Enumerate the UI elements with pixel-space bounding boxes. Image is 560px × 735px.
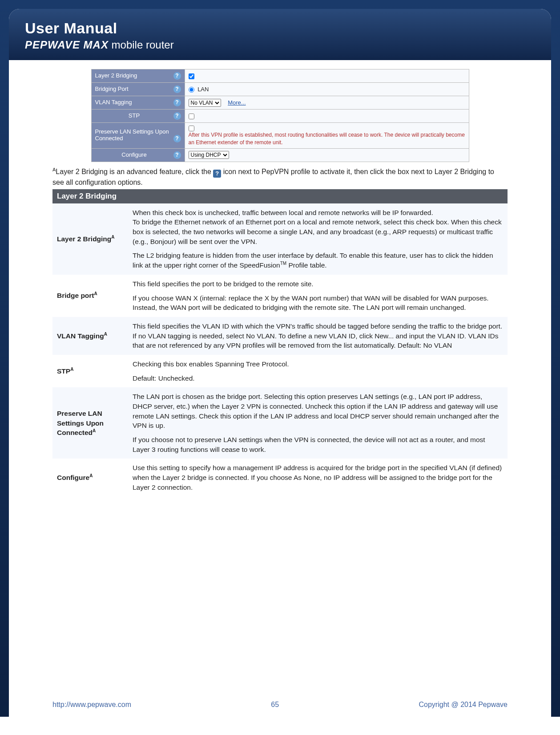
desc-body: Checking this box enables Spanning Tree …	[128, 355, 508, 387]
description-table: Layer 2 Bridging Layer 2 BridgingA When …	[52, 189, 508, 497]
stp-checkbox[interactable]	[189, 114, 194, 119]
footer-page: 65	[271, 701, 279, 709]
desc-label-text: Configure	[57, 474, 89, 481]
footer-url: http://www.pepwave.com	[52, 701, 131, 709]
sup-a: A	[93, 428, 96, 433]
preserve-checkbox[interactable]	[189, 126, 194, 131]
row-label-preserve: Preserve LAN Settings Upon Connected ?	[91, 123, 185, 149]
desc-para: This field specifies the VLAN ID with wh…	[133, 321, 503, 350]
row-label-l2b: Layer 2 Bridging ?	[91, 69, 185, 83]
sup-a: A	[89, 473, 93, 478]
sup-a: A	[94, 291, 97, 296]
footer-copyright: Copyright @ 2014 Pepwave	[419, 701, 508, 709]
para-text: When this check box is unchecked, traffi…	[133, 209, 433, 216]
desc-label-text: Bridge port	[57, 292, 94, 300]
desc-label-text: Layer 2 Bridging	[57, 235, 111, 243]
desc-para: Use this setting to specify how a manage…	[133, 463, 503, 492]
label-text: Preserve LAN Settings Upon Connected	[95, 128, 169, 142]
desc-body: This field specifies the VLAN ID with wh…	[128, 317, 508, 355]
row-label-stp: STP ?	[91, 110, 185, 123]
desc-label: Layer 2 BridgingA	[52, 203, 128, 275]
sup-a: A	[70, 367, 73, 372]
desc-body: This field specifies the port to be brid…	[128, 275, 508, 317]
sup-a: A	[104, 332, 107, 337]
note-text-1: Layer 2 Bridging is an advanced feature,…	[56, 168, 213, 175]
sup-a: A	[111, 235, 114, 240]
doc-header: User Manual PEPWAVE MAX mobile router	[9, 9, 551, 60]
desc-para: This field specifies the port to be brid…	[133, 279, 503, 289]
desc-label-text: VLAN Tagging	[57, 332, 104, 340]
para-text: To bridge the Ethernet network of an Eth…	[133, 218, 502, 245]
desc-label: VLAN TaggingA	[52, 317, 128, 355]
desc-para: Checking this box enables Spanning Tree …	[133, 359, 503, 369]
desc-body: Use this setting to specify how a manage…	[128, 459, 508, 496]
label-text: STP	[129, 112, 140, 119]
config-panel: Layer 2 Bridging ? Bridging Port ?	[91, 69, 469, 162]
preserve-warning: After this VPN profile is established, m…	[189, 132, 465, 146]
brand-text: PEPWAVE MAX	[25, 39, 109, 51]
row-label-vlan: VLAN Tagging ?	[91, 96, 185, 110]
help-icon[interactable]: ?	[173, 112, 181, 120]
desc-para: If you choose not to preserve LAN settin…	[133, 435, 503, 454]
label-text: Bridging Port	[95, 85, 129, 92]
row-label-configure: Configure ?	[91, 148, 185, 162]
help-icon[interactable]: ?	[173, 151, 181, 159]
l2b-checkbox[interactable]	[189, 73, 194, 79]
doc-title: User Manual	[25, 20, 535, 37]
desc-label-text: STP	[57, 367, 70, 375]
bport-radio-label: LAN	[197, 86, 209, 93]
bport-radio-wrap[interactable]: LAN	[189, 86, 209, 93]
desc-body: The LAN port is chosen as the bridge por…	[128, 387, 508, 459]
desc-para: If you choose WAN X (internal: replace t…	[133, 293, 503, 313]
desc-para: Default: Unchecked.	[133, 374, 503, 383]
tm-mark: TM	[280, 261, 286, 266]
desc-label-text: Preserve LAN Settings Upon Connected	[57, 410, 104, 437]
label-text: Layer 2 Bridging	[95, 72, 137, 79]
inline-help-icon: ?	[213, 170, 221, 178]
desc-para: The L2 bridging feature is hidden from t…	[133, 251, 503, 270]
doc-subtitle: PEPWAVE MAX mobile router	[25, 39, 535, 51]
label-text: Configure	[121, 151, 146, 158]
desc-label: Preserve LAN Settings Upon ConnectedA	[52, 387, 128, 459]
row-label-bport: Bridging Port ?	[91, 83, 185, 96]
help-icon[interactable]: ?	[173, 85, 181, 93]
subtitle-rest: mobile router	[109, 39, 174, 51]
advanced-note: ALayer 2 Bridging is an advanced feature…	[52, 166, 508, 187]
vlan-more-link[interactable]: More...	[228, 99, 246, 106]
help-icon[interactable]: ?	[173, 72, 181, 80]
help-icon[interactable]: ?	[173, 135, 181, 142]
help-icon[interactable]: ?	[173, 99, 181, 106]
desc-para: The LAN port is chosen as the bridge por…	[133, 392, 503, 430]
page-footer: http://www.pepwave.com 65 Copyright @ 20…	[9, 701, 551, 709]
desc-label: Bridge portA	[52, 275, 128, 317]
label-text: VLAN Tagging	[95, 99, 132, 106]
desc-title: Layer 2 Bridging	[52, 189, 508, 203]
configure-select[interactable]: Using DHCP	[189, 151, 229, 159]
desc-label: STPA	[52, 355, 128, 387]
desc-body: When this check box is unchecked, traffi…	[128, 203, 508, 275]
vlan-select[interactable]: No VLAN	[189, 99, 221, 107]
desc-para: When this check box is unchecked, traffi…	[133, 208, 503, 247]
bport-radio-lan[interactable]	[189, 87, 194, 93]
desc-label: ConfigureA	[52, 459, 128, 496]
